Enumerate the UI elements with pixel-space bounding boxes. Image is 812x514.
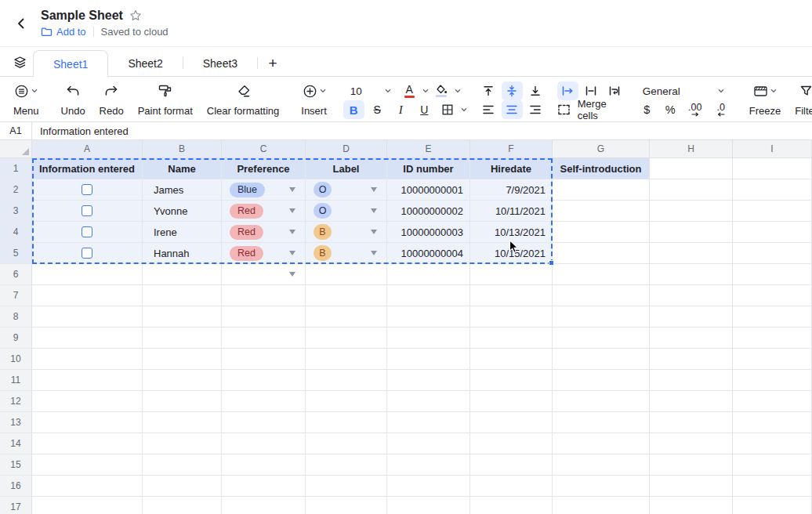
grid-cell[interactable] bbox=[733, 328, 812, 349]
grid-cell[interactable] bbox=[222, 306, 306, 328]
redo-button[interactable]: Redo bbox=[92, 80, 131, 118]
cell-f1[interactable]: Hiredate bbox=[470, 158, 553, 179]
cell-g6[interactable] bbox=[553, 264, 650, 285]
cell-d1[interactable]: Label bbox=[306, 158, 387, 179]
cell-b4[interactable]: Irene bbox=[143, 222, 222, 243]
cell-g4[interactable] bbox=[553, 222, 650, 243]
cell-d4[interactable]: B bbox=[306, 222, 387, 243]
back-button[interactable] bbox=[8, 10, 34, 37]
grid-cell[interactable] bbox=[222, 454, 306, 476]
grid-cell[interactable] bbox=[733, 433, 812, 454]
cell-c4[interactable]: Red bbox=[222, 222, 306, 243]
merge-cells-button[interactable]: Merge cells bbox=[557, 100, 625, 119]
formula-input[interactable]: Information entered bbox=[32, 122, 812, 139]
row-header-3[interactable]: 3 bbox=[0, 201, 32, 222]
row-header-5[interactable]: 5 bbox=[0, 243, 32, 264]
cell-d6[interactable] bbox=[306, 264, 387, 285]
vertical-align-middle-button[interactable] bbox=[502, 81, 523, 100]
grid-cell[interactable] bbox=[387, 285, 470, 306]
vertical-align-bottom-button[interactable] bbox=[525, 81, 546, 100]
grid-cell[interactable] bbox=[387, 370, 470, 391]
cell-e4[interactable]: 10000000003 bbox=[387, 222, 470, 243]
tab-sheet2[interactable]: Sheet2 bbox=[108, 50, 182, 76]
italic-button[interactable]: I bbox=[390, 100, 411, 119]
cell-i5[interactable] bbox=[733, 243, 812, 264]
checkbox[interactable] bbox=[82, 205, 92, 216]
cell-i6[interactable] bbox=[733, 264, 812, 285]
grid-cell[interactable] bbox=[733, 391, 812, 412]
grid-cell[interactable] bbox=[553, 328, 650, 349]
grid-cell[interactable] bbox=[470, 476, 553, 497]
grid-cell[interactable] bbox=[222, 433, 306, 454]
cell-h4[interactable] bbox=[650, 222, 733, 243]
grid-cell[interactable] bbox=[306, 370, 387, 391]
cell-b5[interactable]: Hannah bbox=[143, 243, 222, 264]
dropdown-arrow-icon[interactable] bbox=[289, 208, 295, 213]
grid-cell[interactable] bbox=[553, 433, 650, 454]
borders-button[interactable] bbox=[437, 100, 459, 119]
cell-g1[interactable]: Self-introduction bbox=[553, 158, 650, 179]
align-center-button[interactable] bbox=[502, 100, 523, 119]
grid-cell[interactable] bbox=[733, 476, 812, 497]
grid-cell[interactable] bbox=[733, 285, 812, 306]
grid-cell[interactable] bbox=[306, 285, 387, 306]
grid-cell[interactable] bbox=[32, 476, 143, 497]
grid-cell[interactable] bbox=[733, 306, 812, 328]
text-overflow-button[interactable] bbox=[557, 81, 578, 100]
font-size-select[interactable]: 10 bbox=[343, 81, 397, 100]
cell-c2[interactable]: Blue bbox=[222, 179, 306, 201]
cell-b2[interactable]: James bbox=[143, 179, 222, 201]
grid-cell[interactable] bbox=[143, 412, 222, 433]
row-header-10[interactable]: 10 bbox=[0, 349, 32, 370]
grid-cell[interactable] bbox=[650, 476, 733, 497]
row-header-17[interactable]: 17 bbox=[0, 497, 32, 514]
underline-button[interactable]: U bbox=[414, 100, 435, 119]
cell-reference[interactable]: A1 bbox=[0, 122, 32, 139]
grid-cell[interactable] bbox=[143, 370, 222, 391]
grid-cell[interactable] bbox=[553, 497, 650, 514]
grid-cell[interactable] bbox=[650, 454, 733, 476]
grid-cell[interactable] bbox=[553, 412, 650, 433]
grid-cell[interactable] bbox=[553, 476, 650, 497]
grid-cell[interactable] bbox=[470, 391, 553, 412]
grid-cell[interactable] bbox=[733, 412, 812, 433]
text-clip-button[interactable] bbox=[581, 81, 602, 100]
grid-cell[interactable] bbox=[650, 285, 733, 306]
grid-cell[interactable] bbox=[387, 433, 470, 454]
cell-b3[interactable]: Yvonne bbox=[143, 201, 222, 222]
grid-cell[interactable] bbox=[387, 412, 470, 433]
grid-cell[interactable] bbox=[306, 349, 387, 370]
dropdown-arrow-icon[interactable] bbox=[371, 251, 377, 255]
vertical-align-top-button[interactable] bbox=[478, 81, 499, 100]
cell-e2[interactable]: 10000000001 bbox=[387, 179, 470, 201]
cell-c5[interactable]: Red bbox=[222, 243, 306, 264]
grid-cell[interactable] bbox=[32, 412, 143, 433]
grid-cell[interactable] bbox=[470, 349, 553, 370]
grid-cell[interactable] bbox=[222, 285, 306, 306]
grid-cell[interactable] bbox=[143, 349, 222, 370]
dropdown-arrow-icon[interactable] bbox=[289, 230, 295, 234]
grid-cell[interactable] bbox=[32, 285, 143, 306]
row-header-9[interactable]: 9 bbox=[0, 328, 32, 349]
grid-cell[interactable] bbox=[470, 328, 553, 349]
number-format-select[interactable]: General bbox=[636, 81, 729, 100]
row-header-16[interactable]: 16 bbox=[0, 476, 32, 497]
select-all-corner[interactable] bbox=[0, 140, 32, 158]
cell-a2[interactable] bbox=[32, 179, 143, 201]
cell-i4[interactable] bbox=[733, 222, 812, 243]
grid-cell[interactable] bbox=[470, 370, 553, 391]
tab-sheet3[interactable]: Sheet3 bbox=[183, 50, 257, 76]
grid-cell[interactable] bbox=[32, 454, 143, 476]
cell-h6[interactable] bbox=[650, 264, 733, 285]
freeze-button[interactable]: Freeze bbox=[742, 80, 788, 118]
row-header-1[interactable]: 1 bbox=[0, 158, 32, 179]
grid-cell[interactable] bbox=[470, 454, 553, 476]
grid-cell[interactable] bbox=[733, 454, 812, 476]
row-header-6[interactable]: 6 bbox=[0, 264, 32, 285]
grid-cell[interactable] bbox=[553, 285, 650, 306]
grid-cell[interactable] bbox=[143, 306, 222, 328]
dropdown-arrow-icon[interactable] bbox=[289, 187, 295, 192]
grid-cell[interactable] bbox=[32, 328, 143, 349]
checkbox[interactable] bbox=[82, 248, 92, 259]
cell-d5[interactable]: B bbox=[306, 243, 387, 264]
